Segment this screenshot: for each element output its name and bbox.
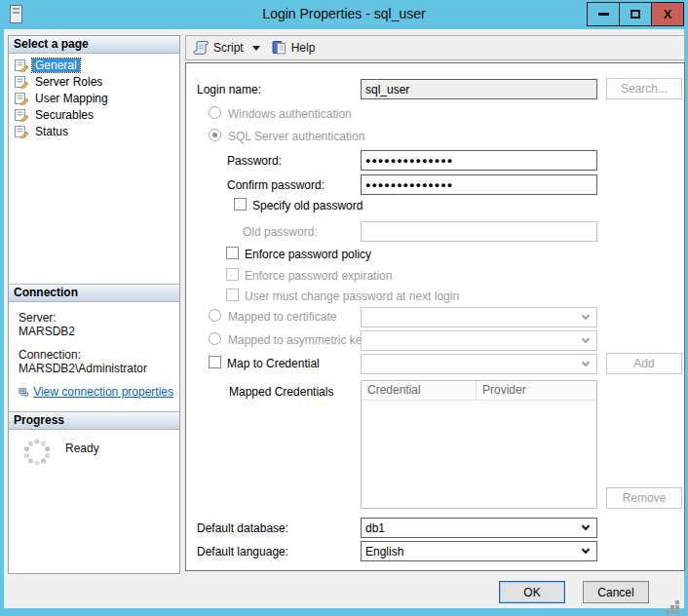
sidebar-item-general[interactable]: General <box>9 57 179 73</box>
mapped-asymmetric-radio[interactable] <box>209 332 221 345</box>
maximize-button[interactable] <box>619 2 652 26</box>
server-label: Server: <box>19 311 173 325</box>
dialog-body: Select a page General Server Roles User … <box>4 29 684 608</box>
progress-status: Ready <box>65 442 99 455</box>
cancel-button[interactable]: Cancel <box>583 581 649 603</box>
server-value: MARSDB2 <box>19 325 173 338</box>
certificate-combo[interactable] <box>361 307 597 327</box>
view-connection-icon <box>19 385 28 400</box>
mapped-certificate-radio[interactable] <box>209 309 221 322</box>
page-icon <box>14 58 29 72</box>
default-language-combo[interactable]: English <box>361 541 597 561</box>
chevron-down-icon <box>582 335 590 343</box>
help-button[interactable]: Help <box>271 40 316 56</box>
mapped-credentials-table[interactable]: Credential Provider <box>361 380 597 509</box>
password-label: Password: <box>227 154 282 168</box>
script-button[interactable]: Script <box>193 40 244 56</box>
sidebar: Select a page General Server Roles User … <box>8 35 180 574</box>
progress-panel: Ready <box>9 430 179 574</box>
script-icon <box>193 40 210 56</box>
select-a-page-header: Select a page <box>9 36 179 54</box>
add-button[interactable]: Add <box>606 353 682 374</box>
page-icon <box>14 92 29 105</box>
old-password-input[interactable] <box>361 221 597 242</box>
login-name-label: Login name: <box>197 83 261 96</box>
window-title: Login Properties - sql_user <box>0 6 688 21</box>
sidebar-item-label: Securables <box>32 108 96 122</box>
ready-spinner-icon <box>21 437 53 471</box>
connection-header: Connection <box>9 284 179 302</box>
windows-auth-label: Windows authentication <box>228 107 352 121</box>
footer: OK Cancel <box>4 577 684 608</box>
script-label: Script <box>213 41 244 55</box>
credential-combo[interactable] <box>361 354 597 374</box>
close-icon: X <box>664 7 672 21</box>
resize-grip[interactable] <box>675 600 679 604</box>
mapped-credentials-label: Mapped Credentials <box>229 385 333 399</box>
sidebar-item-label: User Mapping <box>32 92 111 105</box>
progress-header: Progress <box>9 411 179 430</box>
windows-auth-radio[interactable] <box>209 106 221 119</box>
mapped-certificate-label: Mapped to certificate <box>228 310 336 324</box>
sidebar-item-status[interactable]: Status <box>9 123 179 139</box>
general-page-form: Login name: sql_user Search... Windows a… <box>185 62 685 571</box>
must-change-password-label: User must change password at next login <box>245 289 459 303</box>
sidebar-item-user-mapping[interactable]: User Mapping <box>9 90 179 106</box>
default-database-value: db1 <box>365 521 385 535</box>
login-name-input[interactable]: sql_user <box>361 79 597 99</box>
page-icon <box>14 75 29 89</box>
titlebar[interactable]: Login Properties - sql_user X <box>0 0 688 29</box>
password-input[interactable]: ●●●●●●●●●●●●●● <box>361 150 597 171</box>
help-label: Help <box>291 41 316 55</box>
login-properties-window: Login Properties - sql_user X Select a p… <box>0 0 688 616</box>
chevron-down-icon <box>582 312 590 320</box>
sidebar-item-server-roles[interactable]: Server Roles <box>9 73 179 90</box>
connection-label: Connection: <box>19 348 173 362</box>
ok-button[interactable]: OK <box>499 581 565 603</box>
chevron-down-icon <box>582 359 590 366</box>
map-credential-label: Map to Credential <box>227 357 320 370</box>
search-button[interactable]: Search... <box>606 78 682 99</box>
asymmetric-key-combo[interactable] <box>361 330 597 351</box>
view-connection-properties-link[interactable]: View connection properties <box>33 385 173 399</box>
maximize-icon <box>631 10 640 19</box>
old-password-label: Old password: <box>243 225 318 239</box>
enforce-policy-checkbox[interactable] <box>226 247 239 259</box>
default-database-combo[interactable]: db1 <box>361 518 597 538</box>
credential-column-header[interactable]: Credential <box>362 381 477 401</box>
default-language-label: Default language: <box>197 545 288 558</box>
table-header-row: Credential Provider <box>362 381 596 401</box>
mapped-asymmetric-label: Mapped to asymmetric key <box>228 333 367 347</box>
confirm-password-input[interactable]: ●●●●●●●●●●●●●● <box>361 174 597 195</box>
script-dropdown-icon[interactable] <box>252 46 260 51</box>
page-icon <box>14 125 29 138</box>
connection-value: MARSDB2\Administrator <box>19 362 173 375</box>
minimize-icon <box>598 13 609 16</box>
sidebar-item-label: General <box>32 58 80 72</box>
dialog-toolbar: Script Help <box>185 35 685 60</box>
remove-button[interactable]: Remove <box>606 487 682 509</box>
chevron-down-icon <box>582 522 590 530</box>
enforce-policy-label: Enforce password policy <box>245 248 371 261</box>
page-list: General Server Roles User Mapping Secura… <box>9 54 179 284</box>
minimize-button[interactable] <box>587 2 620 26</box>
specify-old-password-label: Specify old password <box>252 199 363 212</box>
specify-old-password-checkbox[interactable] <box>234 198 247 211</box>
provider-column-header[interactable]: Provider <box>477 381 596 401</box>
map-credential-checkbox[interactable] <box>209 356 221 368</box>
sidebar-item-label: Server Roles <box>32 75 105 89</box>
chevron-down-icon <box>582 546 590 554</box>
default-language-value: English <box>365 545 403 558</box>
page-icon <box>14 108 29 122</box>
enforce-expiration-label: Enforce password expiration <box>245 269 392 283</box>
must-change-password-checkbox[interactable] <box>226 289 239 301</box>
confirm-password-label: Confirm password: <box>227 178 325 192</box>
sidebar-item-label: Status <box>32 125 71 138</box>
connection-info: Server: MARSDB2 Connection: MARSDB2\Admi… <box>9 302 179 411</box>
help-icon <box>271 40 287 56</box>
sidebar-item-securables[interactable]: Securables <box>9 106 179 123</box>
close-button[interactable]: X <box>651 2 684 26</box>
sql-auth-radio[interactable] <box>209 129 221 141</box>
sql-auth-label: SQL Server authentication <box>228 130 364 143</box>
enforce-expiration-checkbox[interactable] <box>226 268 239 281</box>
